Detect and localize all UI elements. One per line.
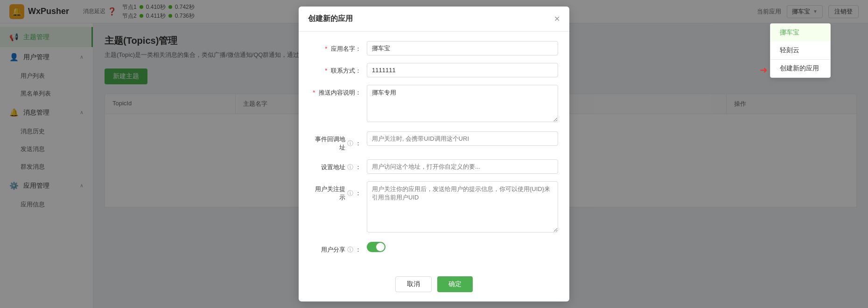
settings-url-help-icon[interactable]: ⓘ (347, 163, 353, 171)
user-notice-textarea[interactable] (367, 181, 558, 233)
dropdown-item-create[interactable]: 创建新的应用 (770, 60, 830, 77)
modal-close-button[interactable]: ✕ (554, 14, 560, 23)
modal-title: 创建新的应用 (308, 14, 353, 24)
arrow-right-icon: ➜ (760, 64, 768, 75)
form-row-settings-url: 设置地址 ⓘ： (310, 159, 558, 174)
contact-control (367, 63, 558, 77)
push-desc-label: * 推送内容说明： (310, 85, 361, 97)
arrow-annotation: ➜ (760, 64, 768, 75)
app-name-label: * 应用名字： (310, 41, 361, 53)
modal-overlay[interactable]: 创建新的应用 ✕ * 应用名字： * 联系方式： (0, 0, 868, 308)
settings-url-control (367, 159, 558, 174)
settings-url-label: 设置地址 ⓘ： (310, 159, 361, 171)
app-name-control (367, 41, 558, 55)
user-notice-control (367, 181, 558, 234)
modal-footer: 取消 确定 (299, 271, 569, 301)
form-row-user-share: 用户分享 ⓘ： (310, 242, 558, 254)
required-star: * (325, 45, 327, 52)
user-share-toggle[interactable] (367, 242, 385, 252)
user-share-help-icon[interactable]: ⓘ (347, 246, 353, 254)
dropdown-item-qingkeyun[interactable]: 轻刻云 (770, 41, 830, 59)
user-share-control (367, 242, 558, 252)
form-row-event-callback: 事件回调地址 ⓘ： (310, 131, 558, 152)
push-desc-textarea[interactable]: 挪车专用 (367, 85, 558, 122)
event-callback-control (367, 131, 558, 146)
settings-url-input[interactable] (367, 159, 558, 174)
form-row-contact: * 联系方式： (310, 63, 558, 77)
confirm-button[interactable]: 确定 (437, 276, 473, 292)
dropdown-item-chejubao[interactable]: 挪车宝 (770, 24, 830, 41)
modal-header: 创建新的应用 ✕ (299, 7, 569, 32)
app-name-input[interactable] (367, 41, 558, 55)
user-notice-label: 用户关注提示 ⓘ： (310, 181, 361, 202)
user-share-label: 用户分享 ⓘ： (310, 242, 361, 254)
create-app-modal: 创建新的应用 ✕ * 应用名字： * 联系方式： (299, 7, 569, 301)
event-callback-label: 事件回调地址 ⓘ： (310, 131, 361, 152)
cancel-button[interactable]: 取消 (395, 276, 432, 292)
push-desc-control: 挪车专用 (367, 85, 558, 124)
form-row-push-desc: * 推送内容说明： 挪车专用 (310, 85, 558, 124)
app-dropdown: 挪车宝 轻刻云 创建新的应用 (770, 23, 831, 78)
modal-body: * 应用名字： * 联系方式： * (299, 32, 569, 271)
contact-input[interactable] (367, 63, 558, 77)
event-callback-help-icon[interactable]: ⓘ (347, 139, 353, 148)
form-row-user-notice: 用户关注提示 ⓘ： (310, 181, 558, 234)
event-callback-input[interactable] (367, 131, 558, 146)
user-notice-help-icon[interactable]: ⓘ (347, 189, 353, 198)
form-row-app-name: * 应用名字： (310, 41, 558, 55)
contact-label: * 联系方式： (310, 63, 361, 75)
